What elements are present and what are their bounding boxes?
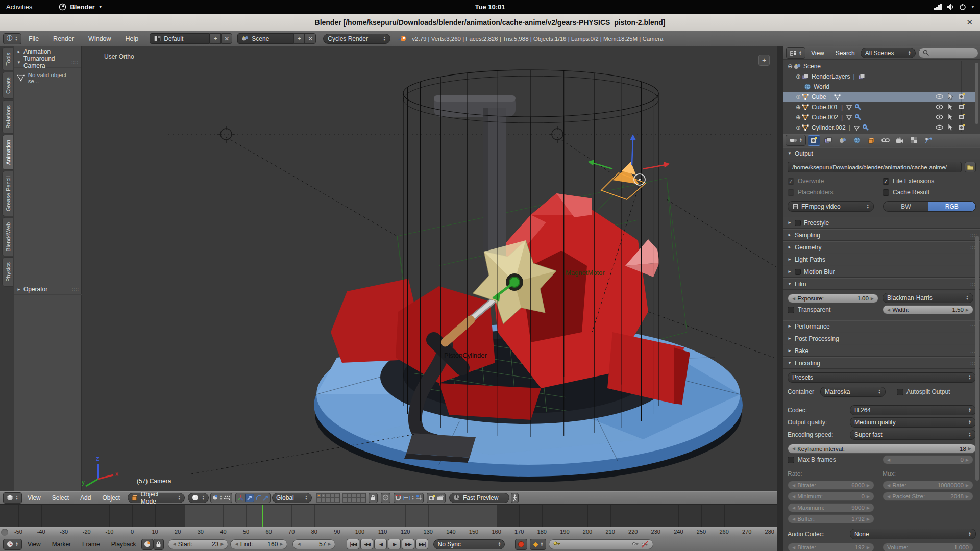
outliner-search-input[interactable]: [918, 48, 978, 58]
jump-to-start-button[interactable]: |◀◀: [347, 539, 359, 549]
menu-view[interactable]: View: [22, 494, 46, 502]
outliner-scrollbar[interactable]: [975, 63, 978, 124]
increment-arrow-icon[interactable]: ▶: [328, 542, 331, 546]
menu-playback[interactable]: Playback: [106, 541, 142, 548]
menu-add[interactable]: Add: [75, 494, 96, 502]
outliner-menu-search[interactable]: Search: [830, 49, 861, 57]
menu-file[interactable]: File: [21, 35, 46, 42]
visibility-eye-icon[interactable]: [936, 114, 943, 120]
auto-keyframe-button[interactable]: [515, 539, 527, 550]
viewport-shading-dropdown[interactable]: ▲▼: [188, 493, 209, 503]
transparent-checkbox[interactable]: Transparent: [788, 306, 830, 313]
interaction-mode-dropdown[interactable]: Object Mode ▲▼: [128, 493, 185, 503]
pivot-point-group[interactable]: ▲▼: [210, 493, 232, 503]
file-format-dropdown[interactable]: FFmpeg video ▲▼: [788, 201, 874, 212]
delete-layout-button[interactable]: ✕: [221, 33, 232, 44]
layers-grid-2[interactable]: [342, 493, 366, 503]
selectability-cursor-icon[interactable]: [948, 124, 953, 131]
speed-dropdown[interactable]: Super fast ▲▼: [850, 430, 976, 440]
timeline-track[interactable]: [0, 504, 777, 527]
properties-tab-world[interactable]: [851, 135, 863, 146]
delete-keyframe-icon[interactable]: [641, 541, 649, 548]
freestyle-checkbox[interactable]: [795, 220, 801, 226]
renderability-camera-icon[interactable]: [958, 93, 966, 99]
tab-relations[interactable]: Relations: [2, 100, 13, 134]
cache-result-checkbox[interactable]: Cache Result: [883, 189, 929, 196]
expand-icon[interactable]: ⊕: [795, 93, 802, 101]
next-keyframe-button[interactable]: ▶▶: [402, 539, 414, 549]
increment-arrow-icon[interactable]: ▶: [220, 542, 224, 546]
section-post-processing[interactable]: ►Post Processing::::: [783, 333, 980, 344]
sync-mode-dropdown[interactable]: No Sync ▲▼: [433, 539, 505, 549]
editor-type-selector[interactable]: ▲▼: [3, 539, 22, 550]
tab-blend4web[interactable]: Blend4Web: [2, 217, 13, 257]
output-path-field[interactable]: /home/ksepuru/Downloads/blender/animatio…: [788, 162, 962, 172]
proportional-edit-icon[interactable]: [381, 493, 390, 503]
renderability-camera-icon[interactable]: [958, 104, 966, 110]
play-reverse-button[interactable]: ◀: [374, 539, 387, 549]
render-engine-dropdown[interactable]: Cycles Render ▲▼: [323, 34, 390, 44]
properties-tab-constraints[interactable]: [879, 135, 892, 146]
scene-selector[interactable]: Scene + ✕: [237, 33, 316, 44]
section-motion-blur[interactable]: ► Motion Blur::::: [783, 266, 980, 278]
expand-icon[interactable]: ⊕: [795, 124, 802, 131]
file-extensions-checkbox[interactable]: ✓ File Extensions: [883, 178, 934, 185]
audio-codec-dropdown[interactable]: None ▲▼: [850, 529, 976, 539]
tab-create[interactable]: Create: [2, 72, 13, 99]
placeholders-checkbox[interactable]: Placeholders: [788, 189, 833, 196]
filter-width-slider[interactable]: ◀ Width: 1.50 ▶: [883, 305, 973, 314]
visibility-eye-icon[interactable]: [936, 124, 943, 131]
layers-grid-1[interactable]: [316, 493, 340, 503]
menu-render[interactable]: Render: [46, 35, 81, 42]
jump-to-end-button[interactable]: ▶▶|: [415, 539, 428, 549]
lock-frame-range-button[interactable]: [153, 539, 164, 550]
overwrite-checkbox[interactable]: ✓ Overwrite: [788, 178, 824, 185]
editor-type-selector[interactable]: ▲▼: [786, 47, 805, 59]
renderability-camera-icon[interactable]: [958, 124, 966, 130]
pose-icon[interactable]: [511, 493, 519, 503]
codec-dropdown[interactable]: H.264 ▲▼: [850, 405, 976, 415]
renderability-camera-icon[interactable]: [958, 114, 966, 120]
max-bframes-checkbox[interactable]: Max B-frames: [788, 456, 836, 463]
quality-dropdown[interactable]: Medium quality ▲▼: [850, 417, 976, 428]
pixel-filter-dropdown[interactable]: Blackman-Harris ▲▼: [883, 293, 973, 303]
presets-dropdown[interactable]: Presets ▲▼: [788, 372, 976, 383]
selectability-cursor-icon[interactable]: [948, 104, 953, 111]
expand-icon[interactable]: ⊕: [795, 114, 802, 121]
use-preview-range-button[interactable]: [141, 539, 153, 550]
section-encoding[interactable]: ▼Encoding::::: [783, 357, 980, 369]
properties-tab-object[interactable]: [865, 135, 877, 146]
add-layout-button[interactable]: +: [210, 33, 221, 44]
menu-help[interactable]: Help: [118, 35, 146, 42]
play-button[interactable]: ▶: [388, 539, 401, 549]
tab-physics[interactable]: Physics: [2, 257, 13, 287]
render-shortcut-group[interactable]: [427, 493, 446, 503]
outliner-menu-view[interactable]: View: [805, 49, 830, 57]
panel-header-operator[interactable]: ► Operator ::::: [14, 284, 82, 295]
delete-scene-button[interactable]: ✕: [305, 33, 316, 44]
file-browse-button[interactable]: [965, 162, 976, 172]
menu-select[interactable]: Select: [46, 494, 75, 502]
rgb-button[interactable]: RGB: [928, 202, 975, 211]
insert-keyframe-icon[interactable]: [632, 541, 639, 547]
collapse-icon[interactable]: ⊖: [787, 63, 794, 70]
system-tray[interactable]: ▼: [934, 0, 975, 14]
keyframe-interval-slider[interactable]: ◀ Keyframe interval: 18 ▶: [788, 444, 976, 454]
camera-object-gizmo[interactable]: [588, 134, 670, 199]
properties-tab-render[interactable]: [808, 135, 820, 146]
editor-type-selector[interactable]: ▲▼: [3, 492, 22, 504]
snap-group[interactable]: ▲▼: [394, 493, 424, 503]
current-frame-field[interactable]: ◀ 57 ▶: [292, 539, 335, 549]
editor-type-selector[interactable]: ▲▼: [786, 135, 806, 146]
increment-arrow-icon[interactable]: ▶: [280, 542, 283, 546]
bw-button[interactable]: BW: [884, 202, 928, 211]
section-performance[interactable]: ►Performance::::: [783, 320, 980, 332]
frame-start-field[interactable]: ◀ Start: 23 ▶: [168, 539, 228, 549]
timeline-playhead[interactable]: [262, 505, 263, 527]
decrement-arrow-icon[interactable]: ◀: [297, 542, 300, 546]
properties-tab-object-data[interactable]: [894, 135, 906, 146]
properties-tab-scene[interactable]: [837, 135, 849, 146]
menu-frame[interactable]: Frame: [77, 541, 106, 548]
previous-keyframe-button[interactable]: ◀◀: [360, 539, 373, 549]
properties-tab-physics[interactable]: [922, 135, 935, 146]
